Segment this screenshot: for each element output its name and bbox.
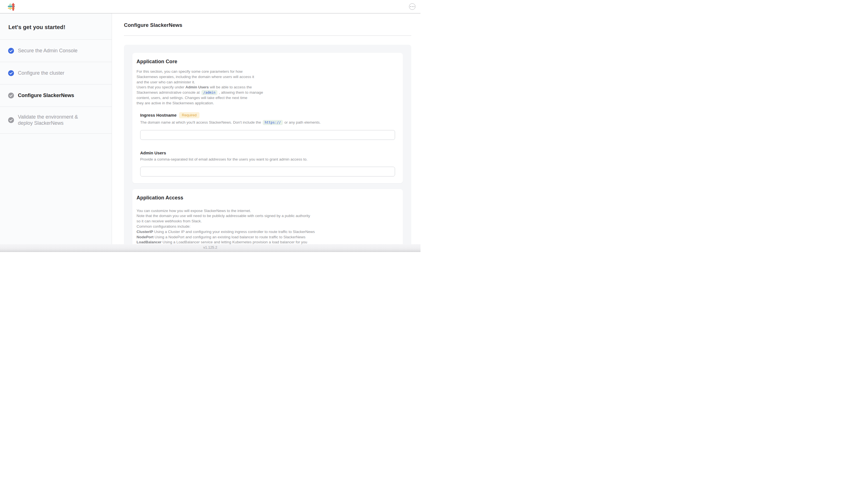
- code-chip: /admin: [201, 90, 217, 95]
- page-title: Configure SlackerNews: [124, 22, 411, 28]
- field-hint: Provide a comma-separated list of email …: [140, 157, 398, 162]
- layout: Let's get you started! Secure the Admin …: [0, 14, 420, 244]
- section-title: Application Core: [137, 59, 398, 65]
- step-complete-check-icon: [8, 48, 14, 54]
- step-pending-check-icon: [8, 93, 14, 98]
- config-panel: Application CoreFor this section, you ca…: [124, 45, 411, 244]
- field-label-row: Ingress HostnameRequired: [140, 112, 398, 118]
- bold-text: NodePort: [137, 235, 154, 239]
- steps-list: Secure the Admin Console Configure the c…: [0, 40, 112, 134]
- section-description: You can customize how you will expose Sl…: [137, 209, 398, 244]
- sidebar-step-configure-the-cluster[interactable]: Configure the cluster: [0, 62, 112, 85]
- ingress-hostname-input[interactable]: [140, 130, 395, 140]
- field-label: Admin Users: [140, 150, 166, 155]
- sidebar-step-validate-the-environment-deploy-slackernews[interactable]: Validate the environment & deploy Slacke…: [0, 107, 112, 134]
- field-ingress-hostname: Ingress HostnameRequiredThe domain name …: [140, 112, 398, 140]
- version-label: v1.125.2: [203, 245, 217, 250]
- main-content: Configure SlackerNews Application CoreFo…: [112, 14, 420, 244]
- setup-steps-sidebar: Let's get you started! Secure the Admin …: [0, 14, 112, 244]
- footer: v1.125.2: [0, 244, 420, 252]
- sidebar-step-configure-slackernews[interactable]: Configure SlackerNews: [0, 85, 112, 107]
- field-hint: The domain name at which you'll access S…: [140, 120, 398, 125]
- field-admin-users: Admin UsersProvide a comma-separated lis…: [140, 150, 398, 177]
- step-label: Validate the environment & deploy Slacke…: [18, 114, 94, 126]
- config-cards: Application CoreFor this section, you ca…: [132, 53, 403, 244]
- bold-text: ClusterIP: [137, 230, 153, 234]
- bold-text: Admin Users: [185, 85, 209, 89]
- card-application-access: Application AccessYou can customize how …: [132, 189, 403, 244]
- step-label: Configure the cluster: [18, 70, 64, 76]
- ellipsis-menu-button[interactable]: [409, 3, 415, 10]
- sidebar-step-secure-the-admin-console[interactable]: Secure the Admin Console: [0, 40, 112, 62]
- admin-users-input[interactable]: [140, 167, 395, 177]
- step-complete-check-icon: [8, 70, 14, 76]
- step-pending-check-icon: [8, 117, 14, 123]
- card-application-core: Application CoreFor this section, you ca…: [132, 53, 403, 183]
- required-badge: Required: [179, 112, 199, 118]
- section-title: Application Access: [137, 195, 398, 201]
- top-bar: [0, 0, 420, 14]
- sidebar-title: Let's get you started!: [8, 24, 104, 31]
- ellipsis-dot: [410, 6, 411, 7]
- section-description: For this section, you can specify some c…: [137, 69, 398, 106]
- code-chip: https://: [263, 120, 283, 125]
- bold-text: LoadBalancer: [137, 240, 161, 244]
- step-label: Secure the Admin Console: [18, 48, 77, 54]
- field-label-row: Admin Users: [140, 150, 398, 155]
- fields-container: Ingress HostnameRequiredThe domain name …: [140, 112, 398, 177]
- sidebar-title-wrap: Let's get you started!: [0, 14, 112, 40]
- slackernews-logo-icon: [7, 2, 15, 11]
- step-label: Configure SlackerNews: [18, 93, 74, 99]
- ellipsis-dot: [413, 6, 414, 7]
- ellipsis-dot: [412, 6, 413, 7]
- field-label: Ingress Hostname: [140, 113, 177, 118]
